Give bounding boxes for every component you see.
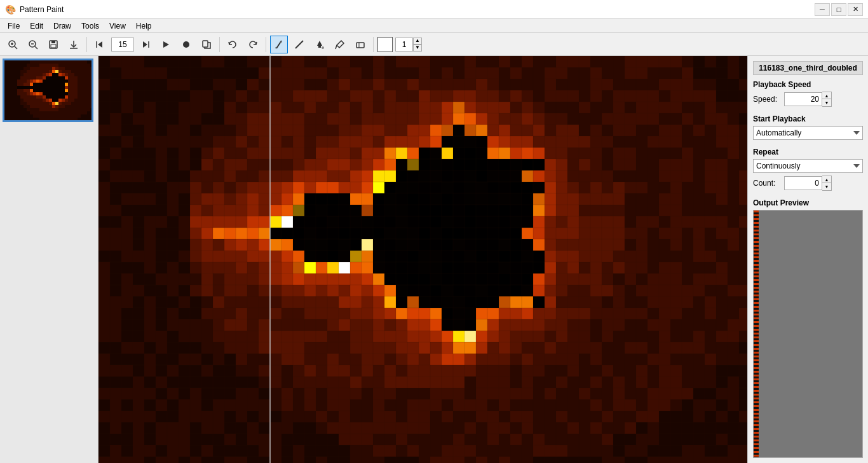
menu-file[interactable]: File xyxy=(3,20,25,32)
count-input[interactable] xyxy=(784,176,822,190)
maximize-button[interactable]: □ xyxy=(831,3,846,16)
record-button[interactable] xyxy=(177,36,195,53)
toolbar-separator-2 xyxy=(219,37,220,52)
count-up-button[interactable]: ▲ xyxy=(822,176,831,183)
start-playback-row: Automatically Manually xyxy=(753,126,863,140)
frame-number-control xyxy=(111,38,134,52)
speed-input[interactable] xyxy=(784,92,822,106)
minimize-button[interactable]: ─ xyxy=(815,3,830,16)
brush-size-down[interactable]: ▼ xyxy=(413,45,422,52)
count-spinners: ▲ ▼ xyxy=(822,176,832,191)
count-down-button[interactable]: ▼ xyxy=(822,183,831,190)
color-picker-box[interactable] xyxy=(377,37,393,52)
output-preview-label: Output Preview xyxy=(753,198,863,207)
start-playback-select-wrap: Automatically Manually xyxy=(753,126,863,140)
title-bar: 🎨 Pattern Paint ─ □ ✕ xyxy=(0,0,868,19)
eyedropper-tool-button[interactable] xyxy=(331,36,349,53)
menu-bar: File Edit Draw Tools View Help xyxy=(0,19,868,33)
speed-spinners: ▲ ▼ xyxy=(822,92,832,107)
export-button[interactable] xyxy=(198,36,215,53)
title-bar-left: 🎨 Pattern Paint xyxy=(5,4,64,15)
brush-size-control: ▲ ▼ xyxy=(395,38,422,52)
download-button[interactable] xyxy=(65,36,83,53)
pixel-canvas[interactable] xyxy=(98,56,747,463)
title-bar-controls: ─ □ ✕ xyxy=(815,3,863,16)
svg-line-5 xyxy=(35,46,37,49)
svg-line-21 xyxy=(295,41,303,48)
count-row: Count: ▲ ▼ xyxy=(753,176,863,191)
menu-view[interactable]: View xyxy=(104,20,131,32)
count-label: Count: xyxy=(753,179,782,188)
toolbar-separator-3 xyxy=(266,37,266,52)
svg-line-23 xyxy=(336,45,337,49)
svg-point-22 xyxy=(322,46,324,49)
panel-title: 116183_one_third_doubled xyxy=(753,61,863,75)
speed-label: Speed: xyxy=(753,95,782,104)
thumb-canvas xyxy=(4,60,93,122)
preview-left-strip xyxy=(754,211,759,457)
app-title: Pattern Paint xyxy=(20,5,64,14)
menu-draw[interactable]: Draw xyxy=(48,20,76,32)
app-icon: 🎨 xyxy=(5,4,16,15)
svg-line-1 xyxy=(15,46,17,49)
zoom-in-button[interactable] xyxy=(4,36,22,53)
start-playback-label: Start Playback xyxy=(753,114,863,123)
repeat-label: Repeat xyxy=(753,148,863,156)
brush-size-up[interactable]: ▲ xyxy=(413,38,422,45)
svg-rect-8 xyxy=(51,41,55,43)
playback-speed-label: Playback Speed xyxy=(753,80,863,89)
toolbar-separator-4 xyxy=(373,37,374,52)
left-panel xyxy=(0,56,98,463)
speed-number-wrap: ▲ ▼ xyxy=(784,92,832,107)
svg-marker-16 xyxy=(163,41,169,48)
svg-rect-9 xyxy=(51,45,56,48)
line-tool-button[interactable] xyxy=(290,36,308,53)
menu-help[interactable]: Help xyxy=(131,20,157,32)
frame-thumbnail[interactable] xyxy=(3,59,93,122)
zoom-out-button[interactable] xyxy=(24,36,42,53)
frame-number-input[interactable] xyxy=(111,38,134,52)
next-frame-button[interactable] xyxy=(137,36,154,53)
svg-rect-18 xyxy=(203,41,208,47)
brush-size-input[interactable] xyxy=(395,38,413,52)
play-button[interactable] xyxy=(157,36,175,53)
undo-button[interactable] xyxy=(224,36,241,53)
repeat-section: Repeat Continuously Once Count Count: ▲ xyxy=(753,148,863,193)
speed-up-button[interactable]: ▲ xyxy=(822,92,831,99)
toolbar-separator-1 xyxy=(86,37,87,52)
prev-frame-button[interactable] xyxy=(91,36,109,53)
repeat-select[interactable]: Continuously Once Count xyxy=(753,159,863,173)
toolbar: ▲ ▼ xyxy=(0,33,868,56)
save-button[interactable] xyxy=(44,36,62,53)
svg-rect-24 xyxy=(356,43,364,48)
fill-tool-button[interactable] xyxy=(311,36,329,53)
pencil-tool-button[interactable] xyxy=(270,36,288,53)
brush-size-spinner: ▲ ▼ xyxy=(413,38,422,52)
speed-down-button[interactable]: ▼ xyxy=(822,99,831,106)
erase-tool-button[interactable] xyxy=(351,36,369,53)
playback-speed-section: Playback Speed Speed: ▲ ▼ xyxy=(753,80,863,109)
main-area: 116183_one_third_doubled Playback Speed … xyxy=(0,56,868,463)
menu-edit[interactable]: Edit xyxy=(25,20,48,32)
canvas-area[interactable] xyxy=(98,56,747,463)
output-preview-section: Output Preview xyxy=(753,198,863,458)
output-preview-area xyxy=(753,210,863,458)
repeat-select-wrap: Continuously Once Count xyxy=(753,159,863,173)
speed-row: Speed: ▲ ▼ xyxy=(753,92,863,107)
count-number-wrap: ▲ ▼ xyxy=(784,176,832,191)
repeat-row: Continuously Once Count xyxy=(753,159,863,173)
svg-point-17 xyxy=(183,41,189,48)
menu-tools[interactable]: Tools xyxy=(76,20,104,32)
start-playback-select[interactable]: Automatically Manually xyxy=(753,126,863,140)
close-button[interactable]: ✕ xyxy=(848,3,863,16)
right-panel: 116183_one_third_doubled Playback Speed … xyxy=(747,56,868,463)
svg-marker-12 xyxy=(98,41,102,48)
redo-button[interactable] xyxy=(244,36,262,53)
start-playback-section: Start Playback Automatically Manually xyxy=(753,114,863,142)
svg-marker-14 xyxy=(143,41,147,48)
